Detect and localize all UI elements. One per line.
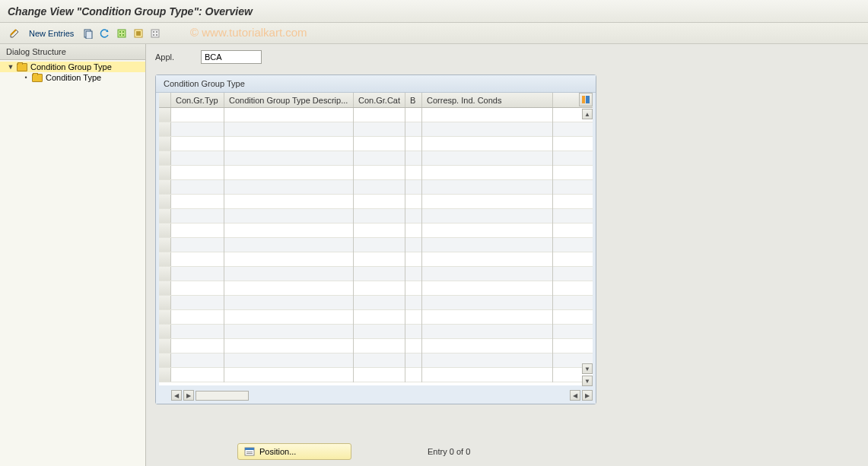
- dialog-structure-tree: ▼ Condition Group Type • Condition Type: [0, 60, 145, 84]
- row-handle[interactable]: [159, 180, 171, 194]
- bullet-icon: •: [21, 73, 30, 82]
- col-b[interactable]: B: [405, 93, 422, 107]
- row-handle[interactable]: [159, 209, 171, 223]
- svg-rect-13: [156, 34, 157, 36]
- tree-item-condition-type[interactable]: • Condition Type: [0, 72, 145, 83]
- table-row[interactable]: [159, 122, 593, 137]
- page-title: Change View "Condition Group Type": Over…: [8, 5, 253, 17]
- svg-rect-15: [586, 96, 590, 103]
- svg-rect-4: [122, 31, 124, 33]
- select-all-icon[interactable]: [115, 27, 129, 40]
- row-handle[interactable]: [159, 368, 171, 382]
- row-handle[interactable]: [159, 339, 171, 353]
- svg-rect-1: [86, 31, 92, 39]
- table-row[interactable]: [159, 281, 593, 296]
- table-row[interactable]: [159, 353, 593, 368]
- content-area: Appl. Condition Group Type Con.Gr.Typ Co…: [146, 44, 868, 466]
- tree-item-label: Condition Type: [46, 73, 101, 82]
- panel-title: Condition Group Type: [156, 75, 596, 93]
- appl-input[interactable]: [201, 50, 262, 64]
- table-row[interactable]: [159, 296, 593, 310]
- row-handle[interactable]: [159, 325, 171, 338]
- row-handle[interactable]: [159, 122, 171, 136]
- row-handle[interactable]: [159, 281, 171, 295]
- scroll-right-2-icon[interactable]: ▶: [582, 390, 593, 401]
- new-entries-button[interactable]: New Entries: [29, 29, 74, 38]
- table-row[interactable]: [159, 209, 593, 223]
- table-row[interactable]: [159, 151, 593, 166]
- table-row[interactable]: [159, 325, 593, 339]
- svg-rect-17: [245, 448, 254, 450]
- scroll-up-icon[interactable]: ▲: [582, 109, 593, 119]
- table-row[interactable]: [159, 310, 593, 325]
- select-block-icon[interactable]: [132, 27, 145, 40]
- appl-label: Appl.: [155, 52, 201, 62]
- col-description[interactable]: Condition Group Type Descrip...: [224, 93, 354, 107]
- condition-group-type-panel: Condition Group Type Con.Gr.Typ Conditio…: [155, 74, 596, 404]
- hscroll-track-left[interactable]: [196, 391, 249, 401]
- table-row[interactable]: [159, 368, 593, 382]
- row-handle[interactable]: [159, 353, 171, 367]
- row-handle[interactable]: [159, 238, 171, 252]
- svg-rect-12: [153, 34, 154, 36]
- row-handle[interactable]: [159, 296, 171, 309]
- watermark-text: © www.tutorialkart.com: [190, 26, 307, 39]
- position-label: Position...: [259, 447, 296, 456]
- position-icon: [244, 446, 255, 457]
- scroll-down-2-icon[interactable]: ▼: [582, 376, 593, 386]
- row-handle[interactable]: [159, 252, 171, 266]
- table-row[interactable]: [159, 180, 593, 195]
- main-area: Dialog Structure ▼ Condition Group Type …: [0, 44, 868, 466]
- row-handle[interactable]: [159, 166, 171, 179]
- table-row[interactable]: [159, 339, 593, 353]
- title-bar: Change View "Condition Group Type": Over…: [0, 0, 868, 23]
- row-handle[interactable]: [159, 267, 171, 281]
- copy-as-icon[interactable]: [81, 27, 95, 40]
- tree-item-condition-group-type[interactable]: ▼ Condition Group Type: [0, 62, 145, 72]
- undo-icon[interactable]: [98, 27, 112, 40]
- scroll-right-icon[interactable]: ▶: [183, 390, 194, 401]
- table-settings-icon[interactable]: [579, 93, 593, 106]
- folder-open-icon: [17, 63, 27, 71]
- table-row[interactable]: [159, 238, 593, 252]
- row-handle[interactable]: [159, 310, 171, 324]
- scroll-left-icon[interactable]: ◀: [171, 390, 182, 401]
- table-row[interactable]: [159, 267, 593, 281]
- table-header: Con.Gr.Typ Condition Group Type Descrip.…: [159, 93, 593, 108]
- footer-bar: Position... Entry 0 of 0: [146, 443, 868, 460]
- row-handle[interactable]: [159, 137, 171, 151]
- toggle-edit-icon[interactable]: [8, 27, 21, 40]
- table-row[interactable]: [159, 195, 593, 209]
- svg-rect-11: [156, 31, 157, 33]
- table-wrap: Con.Gr.Typ Condition Group Type Descrip.…: [159, 93, 593, 385]
- row-handle[interactable]: [159, 195, 171, 208]
- row-selector-header[interactable]: [159, 93, 171, 107]
- row-handle[interactable]: [159, 108, 171, 122]
- toolbar: New Entries © www.tutorialkart.com: [0, 23, 868, 44]
- scroll-down-icon[interactable]: ▼: [582, 363, 593, 374]
- svg-rect-10: [153, 31, 154, 33]
- horizontal-scrollbar: ◀ ▶ ◀ ▶: [156, 388, 596, 404]
- col-con-gr-cat[interactable]: Con.Gr.Cat: [354, 93, 405, 107]
- vertical-scrollbar[interactable]: ▲ ▼ ▼: [582, 109, 593, 386]
- scroll-left-2-icon[interactable]: ◀: [570, 390, 580, 401]
- position-button[interactable]: Position...: [237, 443, 351, 460]
- col-con-gr-typ[interactable]: Con.Gr.Typ: [171, 93, 224, 107]
- collapse-icon[interactable]: ▼: [6, 62, 15, 71]
- table-row[interactable]: [159, 252, 593, 267]
- table-row[interactable]: [159, 223, 593, 238]
- row-handle[interactable]: [159, 151, 171, 165]
- tree-item-label: Condition Group Type: [30, 62, 112, 71]
- table-row[interactable]: [159, 166, 593, 180]
- svg-rect-3: [119, 31, 121, 33]
- appl-field-row: Appl.: [155, 50, 859, 64]
- table-row[interactable]: [159, 108, 593, 122]
- row-handle[interactable]: [159, 223, 171, 237]
- deselect-all-icon[interactable]: [148, 27, 162, 40]
- sidebar: Dialog Structure ▼ Condition Group Type …: [0, 44, 146, 466]
- svg-rect-9: [151, 30, 159, 37]
- folder-icon: [32, 74, 43, 82]
- table-row[interactable]: [159, 137, 593, 151]
- col-corresp-ind-conds[interactable]: Corresp. Ind. Conds: [422, 93, 553, 107]
- svg-rect-19: [246, 453, 253, 454]
